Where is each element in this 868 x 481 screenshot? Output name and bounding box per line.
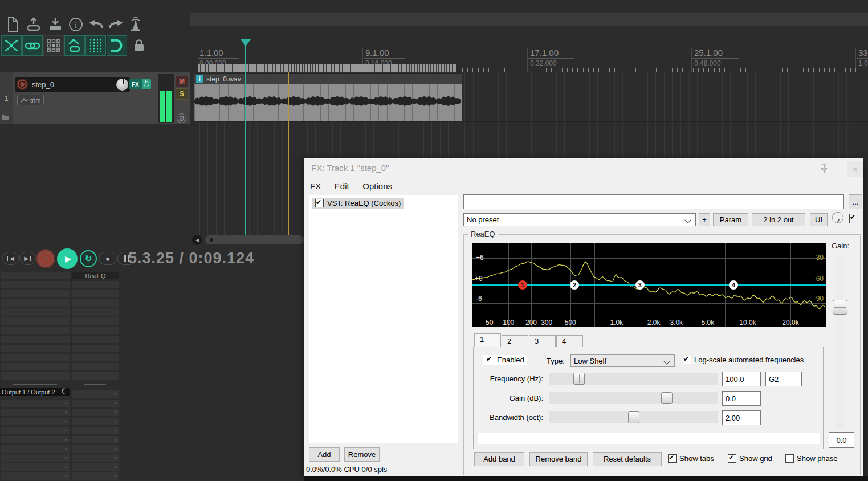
reset-defaults-button[interactable]: Reset defaults bbox=[593, 452, 662, 466]
fx-chain-item-label: VST: ReaEQ (Cockos) bbox=[327, 199, 401, 207]
eq-band-4[interactable]: 4 bbox=[729, 280, 738, 290]
go-end-button[interactable]: ▶ bbox=[19, 252, 36, 265]
frequency-value[interactable]: 100.0 bbox=[722, 372, 761, 386]
reaper-main-window: i 1.1.000:00.000 9.1.000:16.000 17.1.000… bbox=[0, 0, 868, 481]
output-gain-slider[interactable] bbox=[836, 254, 844, 429]
frequency-note-value[interactable]: G2 bbox=[765, 372, 802, 386]
param-slot bbox=[72, 409, 119, 416]
eq-band-1[interactable]: 1 bbox=[518, 280, 527, 290]
metronome-icon[interactable] bbox=[127, 16, 145, 33]
show-grid-checkbox[interactable]: Show grid bbox=[728, 454, 772, 463]
auto-crossfade-button[interactable] bbox=[1, 35, 22, 56]
fx-chain-window[interactable]: FX: Track 1 "step_0" × FX Edit Options V… bbox=[304, 158, 863, 476]
menu-fx[interactable]: FX bbox=[310, 181, 321, 191]
band-tab-1[interactable]: 1 bbox=[474, 333, 501, 347]
track-name[interactable]: step_0 bbox=[32, 80, 112, 89]
fx-enabled-checkbox[interactable] bbox=[315, 199, 324, 207]
envelope-link-button[interactable] bbox=[64, 35, 85, 56]
menu-edit[interactable]: Edit bbox=[335, 181, 349, 191]
output-routing-row[interactable]: Output 1 / Output 2 bbox=[0, 388, 70, 396]
frequency-slider[interactable] bbox=[549, 373, 718, 385]
param-button[interactable]: Param bbox=[713, 213, 748, 226]
gain-thumb[interactable] bbox=[661, 392, 673, 404]
new-project-icon[interactable] bbox=[5, 16, 21, 33]
mute-button[interactable]: M bbox=[176, 76, 188, 87]
bandwidth-value[interactable]: 2.00 bbox=[722, 410, 761, 425]
freq-label: 3.0k bbox=[670, 319, 683, 327]
pin-icon[interactable] bbox=[819, 164, 829, 174]
redo-icon[interactable] bbox=[107, 16, 125, 33]
horizontal-scrollbar[interactable] bbox=[205, 235, 304, 244]
show-phase-checkbox[interactable]: Show phase bbox=[785, 454, 838, 463]
record-button[interactable] bbox=[36, 249, 55, 268]
stop-button[interactable]: ■ bbox=[99, 252, 117, 265]
frequency-thumb[interactable] bbox=[573, 373, 585, 385]
save-project-icon[interactable] bbox=[47, 16, 64, 33]
phase-button[interactable]: Ø bbox=[177, 113, 186, 123]
close-button[interactable]: × bbox=[847, 161, 863, 177]
matrix-button[interactable] bbox=[43, 35, 64, 56]
solo-button[interactable]: S bbox=[176, 88, 188, 100]
media-item-header[interactable]: i step_0.wav bbox=[194, 74, 462, 84]
bandwidth-thumb[interactable] bbox=[628, 411, 639, 423]
filter-type-dropdown[interactable]: Low Shelf bbox=[570, 354, 675, 367]
item-info-icon[interactable]: i bbox=[196, 75, 203, 83]
folder-icon[interactable] bbox=[2, 116, 9, 120]
add-fx-button[interactable]: Add bbox=[309, 447, 340, 462]
io-button[interactable]: 2 in 2 out bbox=[752, 213, 805, 226]
output-gain-thumb[interactable] bbox=[833, 300, 847, 315]
go-start-button[interactable]: ◀ bbox=[2, 252, 19, 265]
volume-knob[interactable] bbox=[116, 79, 128, 91]
loop-selection-band[interactable] bbox=[192, 64, 462, 72]
item-grouping-button[interactable] bbox=[22, 35, 43, 56]
output-knob[interactable] bbox=[60, 387, 70, 396]
gain-slider[interactable] bbox=[549, 392, 718, 404]
output-gain-value[interactable]: 0.0 bbox=[829, 432, 854, 448]
band-enabled-checkbox[interactable]: Enabled bbox=[483, 355, 527, 365]
ripple-edit-button[interactable] bbox=[107, 35, 127, 56]
log-scale-checkbox[interactable]: Log-scale automated frequencies bbox=[683, 356, 804, 364]
band-tab-3[interactable]: 3 bbox=[529, 335, 556, 347]
media-item[interactable]: i step_0.wav bbox=[194, 73, 462, 121]
show-tabs-checkbox[interactable]: Show tabs bbox=[668, 454, 714, 463]
add-band-button[interactable]: Add band bbox=[474, 452, 524, 466]
undo-icon[interactable] bbox=[87, 16, 105, 33]
ui-button[interactable]: UI bbox=[810, 213, 828, 226]
preset-plus-button[interactable]: + bbox=[699, 213, 710, 226]
repeat-button[interactable]: ↻ bbox=[80, 250, 97, 267]
trim-label: trim bbox=[30, 97, 40, 104]
fx-enable-toggle[interactable] bbox=[142, 79, 151, 89]
fx-bypass-checkbox[interactable] bbox=[849, 214, 850, 223]
gain-value[interactable]: 0.0 bbox=[722, 391, 761, 406]
record-arm-button[interactable] bbox=[17, 79, 28, 90]
track-name-row[interactable]: step_0 bbox=[15, 77, 130, 92]
preset-dropdown[interactable]: No preset bbox=[463, 213, 696, 226]
eq-band-3[interactable]: 3 bbox=[635, 280, 645, 290]
fx-comment-field[interactable] bbox=[463, 194, 844, 209]
bandwidth-slider[interactable] bbox=[549, 411, 718, 423]
menu-options[interactable]: Options bbox=[362, 181, 392, 191]
wet-dry-knob[interactable] bbox=[832, 212, 843, 223]
remove-band-button[interactable]: Remove band bbox=[529, 452, 588, 466]
play-button[interactable]: ▶ bbox=[57, 248, 78, 269]
timeline-ruler[interactable]: 1.1.000:00.000 9.1.000:16.000 17.1.000:3… bbox=[191, 38, 868, 72]
more-button[interactable]: ... bbox=[849, 194, 862, 209]
eq-graph[interactable]: +6 +0 -6 -30 -60 -90 501002003005001.0k2… bbox=[472, 243, 826, 327]
fx-chain-item[interactable]: VST: ReaEQ (Cockos) bbox=[312, 198, 404, 209]
item-waveform[interactable] bbox=[194, 84, 462, 121]
band-tab-2[interactable]: 2 bbox=[502, 335, 528, 347]
remove-fx-button[interactable]: Remove bbox=[344, 447, 380, 462]
track-fx-button[interactable]: FX bbox=[129, 79, 151, 89]
eq-band-2[interactable]: 2 bbox=[570, 280, 579, 290]
snap-grid-button[interactable] bbox=[85, 35, 106, 56]
param-slot bbox=[1, 272, 70, 279]
track-control-panel[interactable]: step_0 FX trim M S Ø bbox=[13, 72, 190, 124]
fx-chain-list[interactable]: VST: ReaEQ (Cockos) bbox=[309, 195, 458, 443]
open-project-icon[interactable] bbox=[25, 16, 42, 33]
trim-envelope-button[interactable]: trim bbox=[17, 95, 44, 105]
param-slot bbox=[1, 327, 70, 334]
project-info-icon[interactable]: i bbox=[67, 16, 84, 33]
lock-icon[interactable] bbox=[131, 38, 147, 54]
band-tab-4[interactable]: 4 bbox=[556, 335, 583, 347]
scroll-left-button[interactable]: ◀ bbox=[192, 235, 202, 245]
